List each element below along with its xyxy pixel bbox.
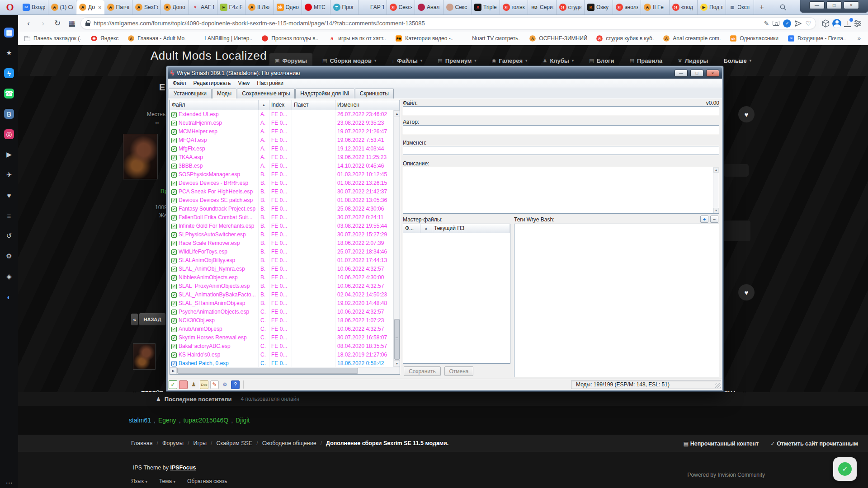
pink-filter-icon[interactable] — [179, 380, 188, 389]
resize-grip[interactable] — [715, 383, 721, 388]
mod-checkbox[interactable]: ✓ — [171, 267, 177, 272]
wrye-maximize-button[interactable]: □ — [690, 70, 703, 77]
breadcrumb-item[interactable]: Свободное общение — [262, 440, 316, 446]
mod-checkbox[interactable]: ✓ — [171, 129, 177, 135]
menu-настройки[interactable]: Настройки — [254, 79, 287, 87]
breadcrumb-item[interactable]: Игры — [193, 440, 207, 446]
help-icon[interactable]: ? — [231, 380, 240, 389]
bookmark-item[interactable]: AAnal creampie com... — [663, 35, 721, 42]
instagram-icon[interactable]: ◎ — [4, 129, 14, 139]
mod-row[interactable]: ✓PCA Sneak For HighHeels.espB.FE 0...30.… — [170, 188, 393, 196]
masters-column-file[interactable]: Ф... — [403, 224, 420, 233]
mod-row[interactable]: ✓MfgFix.espA.FE 0...19.12.2021 4:03:44 — [170, 145, 393, 153]
vk-icon[interactable]: B — [4, 109, 14, 119]
browser-tab[interactable]: ✉Входя — [20, 0, 48, 14]
bookmark-item[interactable]: Панель закладок (... — [24, 35, 81, 42]
visitor-link[interactable]: tupac2015046Q — [184, 417, 229, 424]
menu-файл[interactable]: Файл — [170, 79, 189, 87]
back-page-button[interactable]: НАЗАД — [139, 313, 165, 325]
visitor-link[interactable]: Egeny — [158, 417, 176, 424]
theme-select[interactable]: Тема ▾ — [159, 478, 175, 484]
flashlight-icon[interactable]: ◈ — [4, 272, 14, 282]
mod-row[interactable]: ✓Devious Devices - BRRF.espB.FE 0...01.0… — [170, 179, 393, 188]
close-button[interactable]: × — [844, 1, 859, 9]
wrye-tab-моды[interactable]: Моды — [212, 89, 236, 99]
history-icon[interactable]: ↺ — [4, 231, 14, 241]
browser-tab[interactable]: ЯСекс- — [387, 0, 415, 14]
language-select[interactable]: Язык ▾ — [131, 478, 147, 484]
wrye-title-bar[interactable]: ϟ Wrye Smash 309.1 (Standalone): По умол… — [168, 67, 722, 79]
mod-row[interactable]: ✓Race Scale Remover.espB.FE 0...18.06.20… — [170, 239, 393, 248]
mod-row[interactable]: ✓WildLifeForToys.espB.FE 0...25.07.2022 … — [170, 248, 393, 256]
remove-tag-button[interactable]: − — [710, 216, 718, 223]
edit-icon[interactable]: ✎ — [210, 380, 219, 389]
browser-tab[interactable]: AII Fe — [641, 0, 670, 14]
mod-row[interactable]: ✓SOSPhysicsManager.espB.FE 0...01.03.202… — [170, 170, 393, 179]
bookmark-item[interactable]: Nuart TV смотреть... — [462, 35, 520, 42]
wrye-tab-установщики[interactable]: Установщики — [169, 89, 212, 99]
settings-icon[interactable]: ⚙ — [4, 251, 14, 261]
mod-row[interactable]: ✓AnubAnimObj.espC.FE 0...10.06.2022 4:32… — [170, 325, 393, 333]
browser-tab[interactable]: ▶Под п — [698, 0, 726, 14]
browser-tab[interactable]: XTriple — [472, 0, 500, 14]
mod-checkbox[interactable]: ✓ — [171, 292, 177, 298]
chat-widget-button[interactable]: ✓ — [833, 457, 857, 481]
bookmarks-star-icon[interactable]: ★ — [4, 48, 14, 58]
telegram-icon[interactable]: ✈ — [4, 170, 14, 180]
hscroll-thumb[interactable] — [177, 368, 358, 374]
mark-site-read-link[interactable]: ✓ Отметить сайт прочитанным — [770, 440, 858, 447]
doc-browser-icon[interactable]: Doc — [200, 380, 208, 389]
breadcrumb-item[interactable]: Главная — [131, 440, 153, 446]
mod-row[interactable]: ✓FallenDoll Erika Combat Suit...B.FE 0..… — [170, 213, 393, 222]
mod-row[interactable]: ✓Fantasy Soundtrack Project.espB.FE 0...… — [170, 205, 393, 213]
mod-checkbox[interactable]: ✓ — [171, 275, 177, 281]
mod-row[interactable]: ✓NibblesAnimObjects.espB.FE 0...10.06.20… — [170, 273, 393, 282]
browser-tab[interactable]: A(1) Се — [48, 0, 77, 14]
mod-checkbox[interactable]: ✓ — [171, 327, 177, 332]
browser-tab[interactable]: AДо× — [76, 0, 104, 14]
bookmark-item[interactable]: PHКатегории видео -... — [395, 35, 453, 42]
column-package[interactable]: Пакет — [292, 100, 335, 110]
add-tag-button[interactable]: + — [700, 216, 708, 223]
bash-tags-box[interactable] — [514, 224, 719, 377]
scroll-up-icon[interactable]: ▲ — [394, 110, 400, 117]
mod-checkbox[interactable]: ✓ — [171, 249, 177, 255]
mod-list-vscrollbar[interactable]: ▲ ▼ — [393, 110, 400, 367]
whatsapp-icon[interactable]: ☎ — [4, 89, 14, 99]
mod-checkbox[interactable]: ✓ — [171, 310, 177, 315]
mod-row[interactable]: ✓NeutralHjerim.espA.FE 0...23.08.2022 9:… — [170, 119, 393, 127]
wrye-close-button[interactable]: × — [706, 70, 719, 77]
mod-row[interactable]: ✓SLAL_AnimObj_Nymra.espB.FE 0...10.06.20… — [170, 265, 393, 273]
mod-checkbox[interactable]: ✓ — [171, 301, 177, 306]
mod-row[interactable]: ✓Skyrim Horses Renewal.espC.FE 0...30.07… — [170, 333, 393, 342]
browser-tab[interactable]: Яголяк — [500, 0, 528, 14]
mod-row[interactable]: ✓TKAA.espA.FE 0...19.06.2022 11:25:23 — [170, 153, 393, 162]
mod-checkbox[interactable]: ✓ — [171, 258, 177, 263]
masters-table[interactable]: Ф... ▲ Текущий ПЗ — [403, 224, 510, 364]
mod-row[interactable]: ✓Extended UI.espA.FE 0...26.07.2022 23:4… — [170, 110, 393, 119]
browser-tab[interactable]: HDСериа — [528, 0, 557, 14]
mod-checkbox[interactable]: ✓ — [171, 318, 177, 324]
visitor-link[interactable]: stalm61 — [129, 417, 151, 424]
mod-checkbox[interactable]: ✓ — [171, 181, 177, 186]
mod-checkbox[interactable]: ✓ — [171, 232, 177, 238]
player-icon[interactable]: ▶ — [4, 150, 14, 160]
opera-menu-button[interactable]: O — [0, 0, 20, 14]
masters-column-current[interactable]: Текущий ПЗ — [432, 224, 510, 233]
browser-tab[interactable]: ☂Прог — [330, 0, 359, 14]
ipsfocus-link[interactable]: IPSFocus — [170, 465, 196, 471]
wrye-tab-скриншоты[interactable]: Скриншоты — [355, 89, 394, 99]
mod-row[interactable]: ✓SLAL_SHanimAnimObj.espB.FE 0...19.02.20… — [170, 299, 393, 308]
browser-tab[interactable]: Я«под — [670, 0, 698, 14]
browser-tab[interactable]: ♥AAF N — [189, 0, 217, 14]
signature-image[interactable] — [133, 343, 156, 370]
wrye-tab-сохраненные-игры[interactable]: Сохраненные игры — [237, 89, 295, 99]
browser-tab[interactable]: AII Лю — [245, 0, 274, 14]
bookmark-item[interactable]: Яигры на пк от хатт... — [328, 35, 386, 42]
mod-row[interactable]: ✓Infinite Gold For Merchants.espB.FE 0..… — [170, 222, 393, 230]
column-modified[interactable]: Изменен — [335, 100, 400, 110]
menu-view[interactable]: View — [235, 79, 253, 87]
mod-checkbox[interactable]: ✓ — [171, 121, 177, 126]
mod-checkbox[interactable]: ✓ — [171, 146, 177, 152]
settings-sliders-icon[interactable] — [854, 20, 862, 27]
